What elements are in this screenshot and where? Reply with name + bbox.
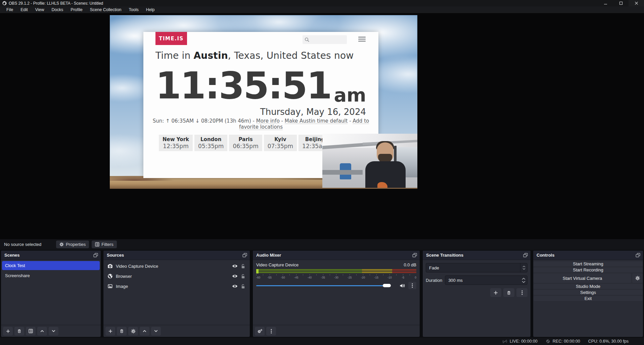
menu-file[interactable]: File — [3, 7, 17, 13]
dock-popout-icon — [412, 253, 417, 257]
record-inactive-icon — [546, 339, 550, 344]
window-title: OBS 29.1.2 - Profile: LLHLS BETA - Scene… — [9, 1, 103, 6]
gear-icon — [59, 242, 64, 247]
advanced-audio-button[interactable] — [255, 327, 265, 336]
make-default-link[interactable]: Make Austin time default — [285, 118, 348, 124]
transition-menu-button[interactable] — [516, 288, 527, 297]
move-scene-down-button[interactable] — [49, 327, 58, 336]
close-button[interactable] — [629, 0, 644, 6]
sources-panel: Sources Video Capture Device Browser — [103, 250, 250, 337]
more-info-link[interactable]: More info — [256, 118, 280, 124]
mixer-level-db: 0.0 dB — [404, 262, 416, 267]
transition-select[interactable]: Fade — [426, 263, 527, 272]
virtual-camera-config-button[interactable] — [632, 273, 643, 283]
dock-popout-icon — [93, 253, 98, 257]
sources-title: Sources — [107, 253, 124, 258]
time-meridiem: am — [334, 88, 366, 103]
add-source-button[interactable] — [105, 327, 115, 336]
studio-mode-button[interactable]: Studio Mode — [534, 284, 643, 289]
world-clock-newyork[interactable]: New York12:35pm — [159, 135, 193, 151]
add-scene-button[interactable] — [3, 327, 13, 336]
preview-area: TIME.IS Time in Austin, Texas, United St… — [0, 13, 644, 239]
webcam-overlay — [322, 134, 417, 188]
speaker-icon[interactable] — [400, 283, 405, 288]
source-row-video-capture[interactable]: Video Capture Device — [103, 261, 250, 271]
spin-up-icon — [522, 278, 525, 280]
start-streaming-button[interactable]: Start Streaming — [534, 261, 643, 266]
menu-edit[interactable]: Edit — [17, 7, 32, 13]
source-properties-button[interactable] — [128, 327, 138, 336]
menu-view[interactable]: View — [32, 7, 48, 13]
search-input[interactable] — [310, 36, 343, 43]
filters-button[interactable]: Filters — [92, 241, 117, 248]
site-search-box[interactable] — [303, 35, 347, 44]
meter-tick-ruler — [256, 274, 416, 275]
move-scene-up-button[interactable] — [37, 327, 47, 336]
menu-scene-collection[interactable]: Scene Collection — [86, 7, 125, 13]
audio-mixer-panel: Audio Mixer Video Capture Device 0.0 dB … — [252, 250, 420, 337]
scenes-panel: Scenes Clock Test Screenshare — [1, 250, 101, 337]
volume-slider-handle[interactable] — [383, 284, 391, 287]
volume-slider[interactable] — [256, 284, 397, 288]
start-virtual-camera-button[interactable]: Start Virtual Camera — [534, 273, 631, 283]
move-source-up-button[interactable] — [140, 327, 149, 336]
live-time: LIVE: 00:00:00 — [510, 339, 538, 344]
search-icon — [305, 37, 310, 42]
status-bar: LIVE: 00:00:00 REC: 00:00:00 CPU: 0.6%, … — [0, 338, 644, 345]
remove-source-button[interactable] — [117, 327, 127, 336]
start-recording-button[interactable]: Start Recording — [534, 267, 643, 272]
controls-title: Controls — [537, 253, 554, 258]
lock-open-icon[interactable] — [241, 274, 246, 279]
hamburger-menu-icon[interactable] — [358, 37, 366, 42]
source-row-browser[interactable]: Browser — [103, 271, 250, 281]
menu-profile[interactable]: Profile — [67, 7, 86, 13]
mixer-menu-button[interactable] — [266, 327, 276, 336]
visibility-eye-icon[interactable] — [232, 274, 238, 279]
scene-transitions-panel: Scene Transitions Fade Duration — [422, 250, 531, 337]
preview-canvas[interactable]: TIME.IS Time in Austin, Texas, United St… — [110, 15, 417, 189]
timeis-logo[interactable]: TIME.IS — [155, 32, 187, 45]
visibility-eye-icon[interactable] — [232, 264, 238, 269]
world-clock-london[interactable]: London05:35pm — [194, 135, 227, 151]
webcam-person — [365, 142, 406, 188]
current-time: 11:35:51 am — [143, 62, 378, 103]
rec-time: REC: 00:00:00 — [553, 339, 580, 344]
scene-item-clock-test[interactable]: Clock Test — [2, 261, 100, 270]
title-bar: OBS 29.1.2 - Profile: LLHLS BETA - Scene… — [0, 0, 644, 6]
lock-open-icon[interactable] — [241, 264, 246, 269]
visibility-eye-icon[interactable] — [232, 284, 238, 289]
remove-transition-button[interactable] — [503, 288, 514, 297]
image-icon — [107, 284, 113, 289]
properties-button[interactable]: Properties — [56, 241, 89, 248]
move-source-down-button[interactable] — [151, 327, 161, 336]
meter-tick-labels: -60 -55 -50 -45 -40 -35 -30 -25 -20 -15 … — [256, 276, 416, 279]
scene-item-screenshare[interactable]: Screenshare — [2, 271, 100, 280]
page-title: Time in Austin, Texas, United States now — [155, 50, 366, 61]
audio-mixer-title: Audio Mixer — [256, 253, 281, 258]
source-toolbar: No source selected Properties Filters — [0, 239, 644, 250]
exit-button[interactable]: Exit — [534, 296, 643, 301]
lock-open-icon[interactable] — [241, 284, 246, 289]
maximize-button[interactable] — [613, 0, 629, 6]
menu-docks[interactable]: Docks — [48, 7, 67, 13]
minimize-button[interactable] — [598, 0, 613, 6]
remove-scene-button[interactable] — [14, 327, 24, 336]
scenes-title: Scenes — [4, 253, 20, 258]
current-date: Thursday, May 16, 2024 — [143, 107, 366, 117]
scene-filters-button[interactable] — [26, 327, 36, 336]
filter-icon — [95, 242, 99, 247]
cpu-fps-stats: CPU: 0.6%, 30.00 fps — [588, 339, 629, 344]
transitions-title: Scene Transitions — [426, 253, 463, 258]
obs-logo-icon — [2, 1, 7, 5]
world-clock-kyiv[interactable]: Kyiv07:35pm — [264, 135, 297, 151]
menu-tools[interactable]: Tools — [125, 7, 142, 13]
duration-spinner[interactable]: 300 ms — [445, 275, 527, 285]
world-clock-paris[interactable]: Paris06:35pm — [229, 135, 262, 151]
mixer-channel-menu-button[interactable] — [408, 282, 416, 289]
add-transition-button[interactable] — [490, 288, 501, 297]
source-row-image[interactable]: Image — [103, 281, 250, 291]
menu-help[interactable]: Help — [142, 7, 158, 13]
selection-status: No source selected — [4, 242, 56, 247]
settings-button[interactable]: Settings — [534, 290, 643, 295]
menu-bar: File Edit View Docks Profile Scene Colle… — [0, 6, 644, 13]
